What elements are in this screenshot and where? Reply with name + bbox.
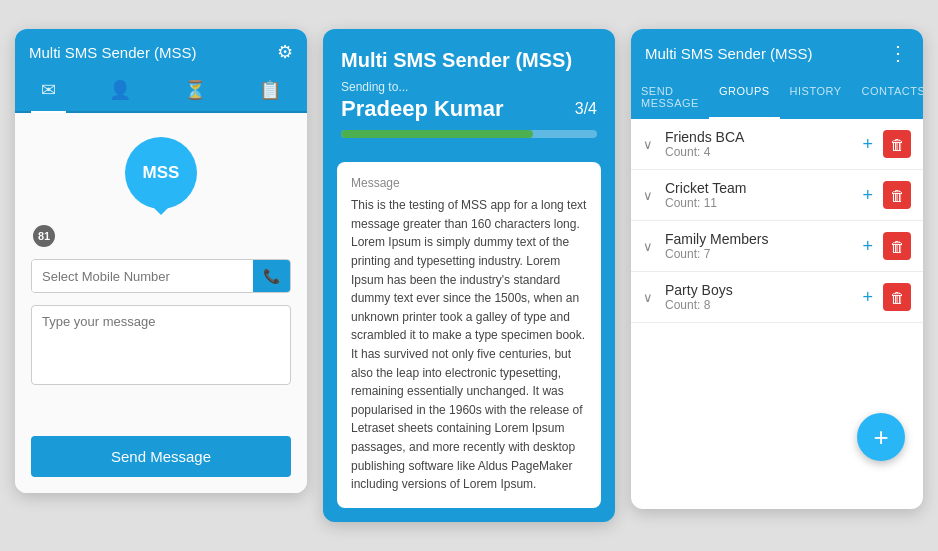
group-actions: + 🗑 [860, 283, 911, 311]
panel2-app-title: Multi SMS Sender (MSS) [341, 49, 597, 72]
panel1-title: Multi SMS Sender (MSS) [29, 44, 197, 61]
group-actions: + 🗑 [860, 232, 911, 260]
tab-contacts[interactable]: 👤 [99, 75, 141, 105]
panel-sending: Multi SMS Sender (MSS) Sending to... Pra… [323, 29, 615, 522]
chevron-down-icon: ∨ [643, 137, 657, 152]
delete-group-button[interactable]: 🗑 [883, 283, 911, 311]
message-textarea[interactable] [31, 305, 291, 385]
panel3-body: ∨ Friends BCA Count: 4 + 🗑 ∨ Cricket Tea… [631, 119, 923, 479]
tab-groups[interactable]: GROUPS [709, 77, 780, 119]
chevron-down-icon: ∨ [643, 290, 657, 305]
group-actions: + 🗑 [860, 130, 911, 158]
group-actions: + 🗑 [860, 181, 911, 209]
panel1-body: MSS 81 📞 Send Message [15, 113, 307, 493]
mss-logo: MSS [125, 137, 197, 209]
add-group-button[interactable]: + [860, 185, 875, 206]
group-info: Friends BCA Count: 4 [665, 129, 852, 159]
chevron-down-icon: ∨ [643, 239, 657, 254]
delete-group-button[interactable]: 🗑 [883, 181, 911, 209]
group-item: ∨ Friends BCA Count: 4 + 🗑 [631, 119, 923, 170]
group-info: Cricket Team Count: 11 [665, 180, 852, 210]
panel2-header: Multi SMS Sender (MSS) Sending to... Pra… [323, 29, 615, 162]
more-options-icon[interactable]: ⋮ [888, 41, 909, 65]
panel-compose: Multi SMS Sender (MSS) ⚙ ✉ 👤 ⏳ 📋 MSS 81 … [15, 29, 307, 493]
group-count: Count: 7 [665, 247, 852, 261]
group-count: Count: 11 [665, 196, 852, 210]
group-name: Family Members [665, 231, 852, 247]
add-group-button[interactable]: + [860, 236, 875, 257]
delete-group-button[interactable]: 🗑 [883, 232, 911, 260]
recipient-name: Pradeep Kumar [341, 96, 504, 122]
group-item: ∨ Party Boys Count: 8 + 🗑 [631, 272, 923, 323]
group-name: Friends BCA [665, 129, 852, 145]
number-input-row: 📞 [31, 259, 291, 293]
add-group-button[interactable]: + [860, 287, 875, 308]
chevron-down-icon: ∨ [643, 188, 657, 203]
group-info: Party Boys Count: 8 [665, 282, 852, 312]
group-name: Cricket Team [665, 180, 852, 196]
tab-send-message[interactable]: SEND MESSAGE [631, 77, 709, 119]
panel1-header: Multi SMS Sender (MSS) ⚙ [15, 29, 307, 75]
message-card: Message This is the testing of MSS app f… [337, 162, 601, 508]
group-item: ∨ Cricket Team Count: 11 + 🗑 [631, 170, 923, 221]
fab-add-group[interactable]: + [857, 413, 905, 461]
delete-group-button[interactable]: 🗑 [883, 130, 911, 158]
number-input[interactable] [32, 260, 253, 292]
group-count: Count: 4 [665, 145, 852, 159]
group-name: Party Boys [665, 282, 852, 298]
add-group-button[interactable]: + [860, 134, 875, 155]
tab-groups[interactable]: 📋 [249, 75, 291, 105]
tab-contacts[interactable]: CONTACTS [852, 77, 923, 119]
progress-bar [341, 130, 597, 138]
send-message-button[interactable]: Send Message [31, 436, 291, 477]
groups-list: ∨ Friends BCA Count: 4 + 🗑 ∨ Cricket Tea… [631, 119, 923, 323]
panel3-title: Multi SMS Sender (MSS) [645, 45, 813, 62]
progress-fill [341, 130, 533, 138]
panel1-tabs: ✉ 👤 ⏳ 📋 [15, 75, 307, 113]
recipient-row: Pradeep Kumar 3/4 [341, 96, 597, 122]
panel-groups: Multi SMS Sender (MSS) ⋮ SEND MESSAGE GR… [631, 29, 923, 509]
tab-history[interactable]: ⏳ [174, 75, 216, 105]
phone-button[interactable]: 📞 [253, 260, 290, 292]
group-count: Count: 8 [665, 298, 852, 312]
message-label: Message [351, 176, 587, 190]
tab-messages[interactable]: ✉ [31, 75, 66, 105]
group-info: Family Members Count: 7 [665, 231, 852, 261]
panel3-header: Multi SMS Sender (MSS) ⋮ [631, 29, 923, 77]
sending-to-label: Sending to... [341, 80, 597, 94]
tab-history[interactable]: HISTORY [780, 77, 852, 119]
gear-icon[interactable]: ⚙ [277, 41, 293, 63]
panel3-tabs: SEND MESSAGE GROUPS HISTORY CONTACTS [631, 77, 923, 119]
message-badge: 81 [33, 225, 55, 247]
group-item: ∨ Family Members Count: 7 + 🗑 [631, 221, 923, 272]
message-body: This is the testing of MSS app for a lon… [351, 196, 587, 494]
progress-count: 3/4 [575, 100, 597, 118]
